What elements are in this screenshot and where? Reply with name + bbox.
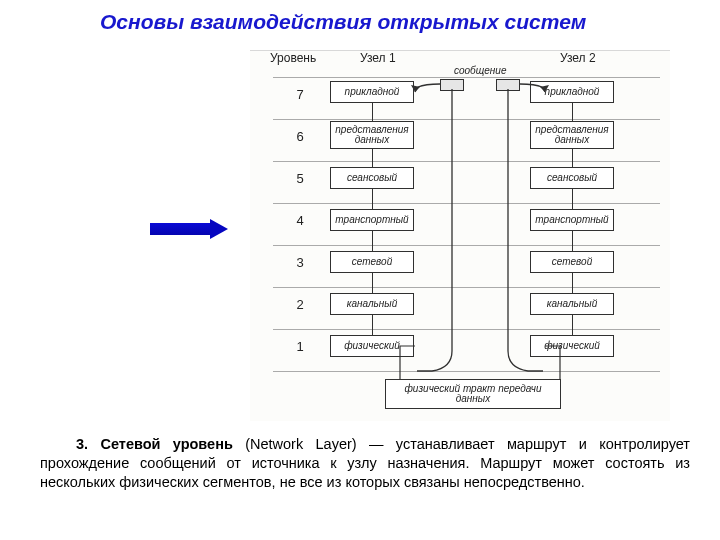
arrow-stem xyxy=(150,223,210,235)
osi-diagram: Уровень Узел 1 Узел 2 7 6 5 4 3 2 1 прик… xyxy=(250,50,670,421)
arrow-head-icon xyxy=(210,219,228,239)
description-paragraph: 3. Сетевой уровень (Network Layer) — уст… xyxy=(40,435,690,492)
physical-path-box: физический тракт передачи данных xyxy=(385,379,561,409)
message-wires-icon xyxy=(250,51,670,421)
para-number: 3. xyxy=(76,436,88,452)
slide-title: Основы взаимодействия открытых систем xyxy=(100,10,586,34)
para-strong: Сетевой уровень xyxy=(100,436,232,452)
